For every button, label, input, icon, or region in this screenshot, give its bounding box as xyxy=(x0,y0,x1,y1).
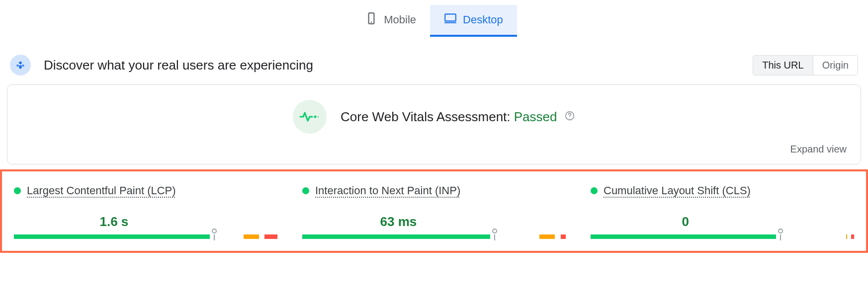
marker-lcp xyxy=(212,229,217,233)
mobile-icon xyxy=(365,12,378,28)
assessment-row: Core Web Vitals Assessment: Passed xyxy=(21,100,847,134)
status-dot-good xyxy=(591,187,598,194)
metric-lcp: Largest Contentful Paint (LCP) 1.6 s xyxy=(14,184,277,239)
assessment-text: Core Web Vitals Assessment: Passed xyxy=(341,109,575,125)
svg-point-11 xyxy=(569,117,570,118)
svg-point-8 xyxy=(314,116,317,118)
metric-header: Cumulative Layout Shift (CLS) xyxy=(591,184,854,197)
status-dot-good xyxy=(302,187,309,194)
svg-rect-2 xyxy=(445,14,456,21)
metric-name-lcp[interactable]: Largest Contentful Paint (LCP) xyxy=(27,184,176,197)
metric-inp: Interaction to Next Paint (INP) 63 ms xyxy=(302,184,566,239)
assessment-status: Passed xyxy=(514,109,557,124)
help-icon[interactable] xyxy=(564,109,575,124)
metric-value-lcp: 1.6 s xyxy=(14,214,277,230)
metric-header: Interaction to Next Paint (INP) xyxy=(302,184,566,197)
svg-point-6 xyxy=(22,65,24,67)
page-title: Discover what your real users are experi… xyxy=(44,58,313,73)
marker-inp xyxy=(492,229,497,233)
svg-point-4 xyxy=(19,62,22,65)
metrics-highlight: Largest Contentful Paint (LCP) 1.6 s Int… xyxy=(0,169,868,253)
metric-value-cls: 0 xyxy=(591,214,854,230)
marker-cls xyxy=(778,229,783,233)
expand-view-link[interactable]: Expand view xyxy=(21,144,847,155)
device-tabs: Mobile Desktop xyxy=(0,0,868,37)
users-icon xyxy=(10,55,31,76)
metric-name-inp[interactable]: Interaction to Next Paint (INP) xyxy=(315,184,460,197)
metric-value-inp: 63 ms xyxy=(302,214,566,230)
vitals-card: Core Web Vitals Assessment: Passed Expan… xyxy=(7,84,861,164)
tab-desktop-label: Desktop xyxy=(463,13,503,26)
url-origin-toggle: This URL Origin xyxy=(753,55,858,76)
desktop-icon xyxy=(444,12,457,28)
status-dot-good xyxy=(14,187,21,194)
header-left: Discover what your real users are experi… xyxy=(10,55,313,76)
svg-rect-7 xyxy=(19,65,22,69)
metric-name-cls[interactable]: Cumulative Layout Shift (CLS) xyxy=(604,184,751,197)
pulse-icon xyxy=(293,100,327,134)
assessment-label: Core Web Vitals Assessment: xyxy=(341,109,514,124)
header-row: Discover what your real users are experi… xyxy=(0,37,868,84)
metric-bar-lcp xyxy=(14,234,277,239)
svg-point-9 xyxy=(318,116,319,118)
tab-desktop[interactable]: Desktop xyxy=(430,5,517,37)
toggle-this-url[interactable]: This URL xyxy=(753,56,813,75)
metric-bar-cls xyxy=(591,234,854,239)
metric-cls: Cumulative Layout Shift (CLS) 0 xyxy=(591,184,854,239)
svg-point-5 xyxy=(16,65,19,67)
tab-mobile[interactable]: Mobile xyxy=(351,5,430,37)
toggle-origin[interactable]: Origin xyxy=(813,56,858,75)
tab-mobile-label: Mobile xyxy=(384,13,416,26)
metric-bar-inp xyxy=(302,234,566,239)
metric-header: Largest Contentful Paint (LCP) xyxy=(14,184,277,197)
